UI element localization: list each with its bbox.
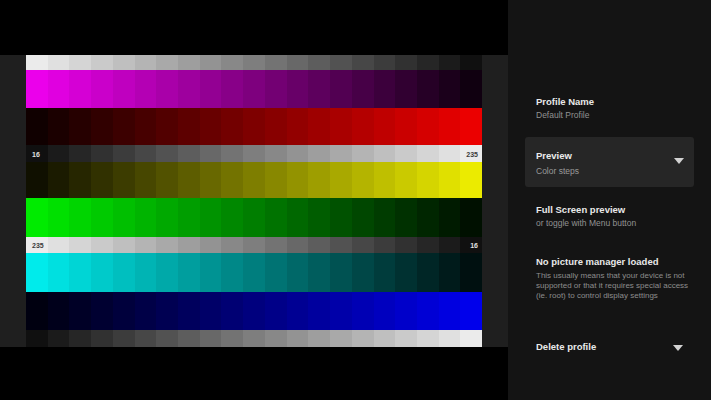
color-step	[287, 198, 309, 237]
color-step	[156, 70, 178, 108]
fullscreen-preview-button[interactable]: Full Screen preview	[536, 204, 625, 215]
color-step	[69, 108, 91, 145]
color-step	[48, 162, 70, 198]
color-step	[200, 70, 222, 108]
color-step	[352, 292, 374, 330]
color-step	[221, 292, 243, 330]
color-step	[26, 253, 48, 292]
color-step	[265, 253, 287, 292]
color-step	[374, 70, 396, 108]
screen: 1623523516 Profile Name Default Profile …	[0, 0, 711, 400]
color-step	[395, 70, 417, 108]
color-step	[26, 198, 48, 237]
color-step	[417, 237, 439, 253]
color-step	[200, 330, 222, 347]
color-step	[91, 237, 113, 253]
color-step	[200, 253, 222, 292]
color-step	[330, 237, 352, 253]
color-step	[287, 70, 309, 108]
color-step	[156, 237, 178, 253]
color-step	[156, 108, 178, 145]
color-step	[243, 198, 265, 237]
pattern-row-blue	[26, 292, 482, 330]
color-step	[243, 162, 265, 198]
pattern-row-yellow	[26, 162, 482, 198]
color-step	[395, 330, 417, 347]
color-step	[243, 145, 265, 162]
color-step	[69, 198, 91, 237]
color-step	[417, 292, 439, 330]
color-step	[243, 237, 265, 253]
color-step	[395, 145, 417, 162]
pattern-row-red	[26, 108, 482, 145]
color-step	[395, 292, 417, 330]
color-step	[178, 330, 200, 347]
color-step	[221, 198, 243, 237]
test-pattern-region: 1623523516	[0, 0, 508, 400]
color-step	[374, 145, 396, 162]
color-step	[200, 108, 222, 145]
color-step	[200, 145, 222, 162]
color-step	[178, 198, 200, 237]
color-step	[221, 162, 243, 198]
preview-label: Preview	[536, 150, 572, 161]
chevron-down-icon	[673, 345, 683, 351]
color-step	[439, 237, 461, 253]
color-step	[330, 253, 352, 292]
color-step	[91, 198, 113, 237]
pattern-value-label: 16	[32, 150, 40, 157]
color-step	[48, 292, 70, 330]
color-step	[330, 162, 352, 198]
color-step	[308, 237, 330, 253]
color-step	[265, 145, 287, 162]
color-step	[308, 108, 330, 145]
color-step	[221, 330, 243, 347]
color-step	[91, 292, 113, 330]
color-step	[308, 145, 330, 162]
delete-profile-button[interactable]: Delete profile	[536, 341, 596, 352]
color-step	[352, 330, 374, 347]
color-step	[135, 330, 157, 347]
color-step	[417, 145, 439, 162]
color-step	[374, 253, 396, 292]
color-step	[69, 330, 91, 347]
preview-dropdown[interactable]: Preview Color steps	[525, 137, 694, 187]
color-step	[113, 237, 135, 253]
color-step	[374, 330, 396, 347]
color-step	[48, 237, 70, 253]
pattern-row-gray: 16235	[26, 145, 482, 162]
color-step	[265, 198, 287, 237]
color-step	[178, 253, 200, 292]
color-step	[178, 145, 200, 162]
color-step	[330, 70, 352, 108]
color-step	[417, 108, 439, 145]
color-step	[135, 292, 157, 330]
color-step	[352, 253, 374, 292]
color-step	[374, 162, 396, 198]
pattern-value-label: 235	[32, 242, 44, 249]
pattern-row-cyan	[26, 253, 482, 292]
color-step	[221, 55, 243, 70]
color-step	[135, 145, 157, 162]
color-step	[156, 253, 178, 292]
color-step	[26, 55, 48, 70]
color-step	[69, 55, 91, 70]
profile-name-label[interactable]: Profile Name	[536, 96, 594, 107]
color-step	[460, 162, 482, 198]
color-step	[308, 292, 330, 330]
color-step	[200, 198, 222, 237]
color-step	[221, 253, 243, 292]
color-step	[243, 330, 265, 347]
color-step	[91, 70, 113, 108]
color-step	[308, 253, 330, 292]
color-step	[135, 108, 157, 145]
color-step	[308, 162, 330, 198]
color-step	[460, 330, 482, 347]
color-step	[439, 162, 461, 198]
pattern-value-label: 16	[470, 242, 478, 249]
color-step	[156, 55, 178, 70]
color-step	[308, 55, 330, 70]
preview-selected-value: Color steps	[536, 166, 579, 176]
pattern-row-gray: 23516	[26, 237, 482, 253]
color-step	[460, 198, 482, 237]
